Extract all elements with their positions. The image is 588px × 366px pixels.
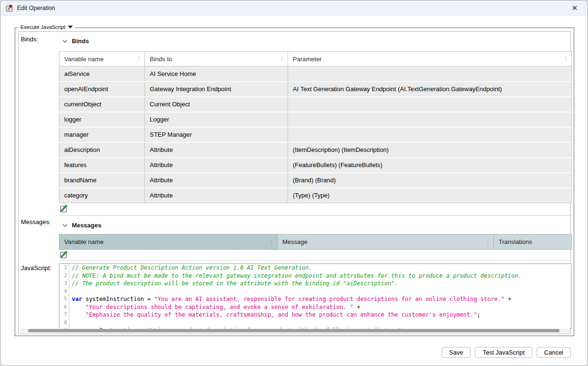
binds-section-divider [59, 215, 571, 216]
execute-javascript-group: Execute JavaScript Binds: Messages: Java… [15, 28, 574, 336]
horizontal-scrollbar[interactable] [19, 328, 569, 333]
close-icon[interactable]: ✕ [569, 3, 580, 13]
code-line[interactable]: // The product description will be store… [72, 280, 571, 288]
table-cell[interactable]: manager [59, 127, 145, 142]
binds-field-label: Binds: [21, 36, 38, 43]
table-row[interactable]: loggerLogger [59, 112, 572, 127]
table-cell[interactable]: Attribute [145, 158, 288, 173]
titlebar: Edit Operation ✕ [0, 0, 588, 16]
table-cell[interactable]: (ItemDescription) (ItemDescription) [288, 142, 572, 158]
table-cell[interactable]: Current Object [145, 97, 288, 112]
cancel-button[interactable]: Cancel [537, 347, 571, 358]
table-cell[interactable] [288, 97, 572, 112]
table-row[interactable]: brandNameAttribute(Brand) (Brand) [59, 173, 572, 188]
table-row[interactable]: managerSTEP Manager [59, 127, 572, 142]
table-cell[interactable]: STEP Manager [145, 127, 288, 142]
edit-operation-dialog: Edit Operation ✕ Execute JavaScript Bind… [0, 0, 588, 366]
line-number: 6 [59, 303, 69, 311]
table-cell[interactable]: brandName [59, 173, 145, 188]
column-menu-icon[interactable]: ⋮ [136, 56, 142, 61]
table-cell[interactable]: logger [59, 112, 145, 127]
scroll-panel: Binds: Messages: JavaScript: Binds Varia… [18, 31, 571, 334]
binds-section-title: Binds [72, 38, 89, 45]
messages-section-divider [59, 260, 571, 261]
table-cell[interactable] [288, 127, 572, 142]
line-number: 8 [59, 319, 69, 327]
table-cell[interactable]: Attribute [145, 142, 288, 158]
messages-section-title: Messages [72, 222, 101, 229]
code-line[interactable] [72, 319, 571, 327]
binds-table-body: aiServiceAI Service HomeopenAIEndpointGa… [59, 66, 572, 203]
table-cell[interactable]: features [59, 158, 145, 173]
code-line[interactable]: var systemInstruction = "You are an AI a… [72, 295, 571, 303]
binds-header-row: Variable name ⋮ Binds to ⋮ Parameter ⋮ [59, 52, 572, 66]
line-number: 2 [59, 272, 69, 280]
line-number: 5 [59, 295, 69, 303]
column-menu-icon[interactable]: ⋮ [563, 56, 569, 61]
line-number: 3 [59, 280, 69, 288]
table-row[interactable]: featuresAttribute(FeatureBullets) (Featu… [59, 158, 572, 173]
table-cell[interactable]: (FeatureBullets) (FeatureBullets) [288, 158, 572, 173]
table-row[interactable]: openAIEndpointGateway Integration Endpoi… [59, 82, 572, 97]
table-cell[interactable]: (Brand) (Brand) [288, 173, 572, 188]
header-parameter[interactable]: Parameter ⋮ [288, 52, 572, 66]
table-cell[interactable]: aiDescription [59, 142, 145, 158]
chevron-down-icon [62, 38, 67, 45]
save-button[interactable]: Save [442, 347, 471, 358]
column-menu-icon[interactable]: ⋮ [279, 56, 285, 61]
table-cell[interactable]: category [59, 188, 145, 203]
binds-table: Variable name ⋮ Binds to ⋮ Parameter ⋮ [59, 51, 572, 203]
binds-section-heading[interactable]: Binds [62, 38, 89, 45]
table-cell[interactable]: Logger [145, 112, 288, 127]
table-cell[interactable]: openAIEndpoint [59, 82, 145, 97]
messages-field-label: Messages: [21, 218, 51, 225]
code-line[interactable]: "Your descriptions should be captivating… [72, 303, 571, 311]
table-cell[interactable] [288, 112, 572, 127]
editor-code[interactable]: // Generate Product Description Action v… [69, 264, 571, 328]
header-variable-name[interactable]: Variable name ⋮ [59, 52, 145, 66]
table-cell[interactable]: Gateway Integration Endpoint [145, 82, 288, 97]
group-legend-label: Execute JavaScript [20, 24, 65, 30]
dialog-buttons: Save Test JavaScript Cancel [442, 347, 571, 358]
header-message[interactable]: Message ⋮ [278, 235, 494, 250]
table-cell[interactable]: AI Service Home [145, 66, 288, 82]
code-line[interactable]: // Generate Product Description Action v… [72, 264, 571, 272]
header-translations[interactable]: Translations [494, 235, 572, 250]
table-row[interactable]: aiServiceAI Service Home [59, 66, 572, 82]
table-cell[interactable]: AI Text Generation Gateway Endpoint (AI.… [288, 82, 572, 97]
messages-section-heading[interactable]: Messages [62, 222, 101, 229]
header-variable-name[interactable]: Variable name ⋮ [59, 235, 278, 250]
table-cell[interactable] [288, 66, 572, 82]
group-legend[interactable]: Execute JavaScript [18, 24, 75, 30]
chevron-down-icon [62, 222, 67, 229]
line-number: 1 [59, 264, 69, 272]
app-icon [5, 4, 14, 12]
dropdown-caret-icon[interactable] [68, 26, 73, 28]
table-cell[interactable]: aiService [59, 66, 145, 82]
table-cell[interactable]: currentObject [59, 97, 145, 112]
line-number: 4 [59, 288, 69, 296]
javascript-field-label: JavaScript: [21, 264, 51, 272]
edit-messages-icon[interactable] [59, 251, 68, 259]
column-menu-icon[interactable]: ⋮ [485, 240, 491, 244]
messages-header-row: Variable name ⋮ Message ⋮ Translations [59, 235, 572, 250]
code-line[interactable]: // NOTE: A bind must be made to the rele… [72, 272, 571, 280]
header-binds-to[interactable]: Binds to ⋮ [145, 52, 288, 66]
window-title: Edit Operation [17, 5, 55, 11]
javascript-editor[interactable]: 123456789 // Generate Product Descriptio… [59, 263, 571, 329]
table-row[interactable]: categoryAttribute(Type) (Type) [59, 188, 572, 203]
column-menu-icon[interactable]: ⋮ [269, 240, 275, 244]
table-cell[interactable]: Attribute [145, 188, 288, 203]
table-cell[interactable]: (Type) (Type) [288, 188, 572, 203]
table-row[interactable]: currentObjectCurrent Object [59, 97, 572, 112]
messages-table: Variable name ⋮ Message ⋮ Translations [59, 234, 572, 250]
editor-gutter: 123456789 [59, 264, 69, 328]
line-number: 7 [59, 311, 69, 319]
test-javascript-button[interactable]: Test JavaScript [475, 347, 532, 358]
code-line[interactable]: "Emphasize the quality of the materials,… [72, 311, 571, 319]
code-line[interactable] [72, 288, 571, 296]
scrollbar-thumb[interactable] [28, 329, 559, 332]
edit-binds-icon[interactable] [59, 205, 68, 213]
table-row[interactable]: aiDescriptionAttribute(ItemDescription) … [59, 142, 572, 158]
table-cell[interactable]: Attribute [145, 173, 288, 188]
